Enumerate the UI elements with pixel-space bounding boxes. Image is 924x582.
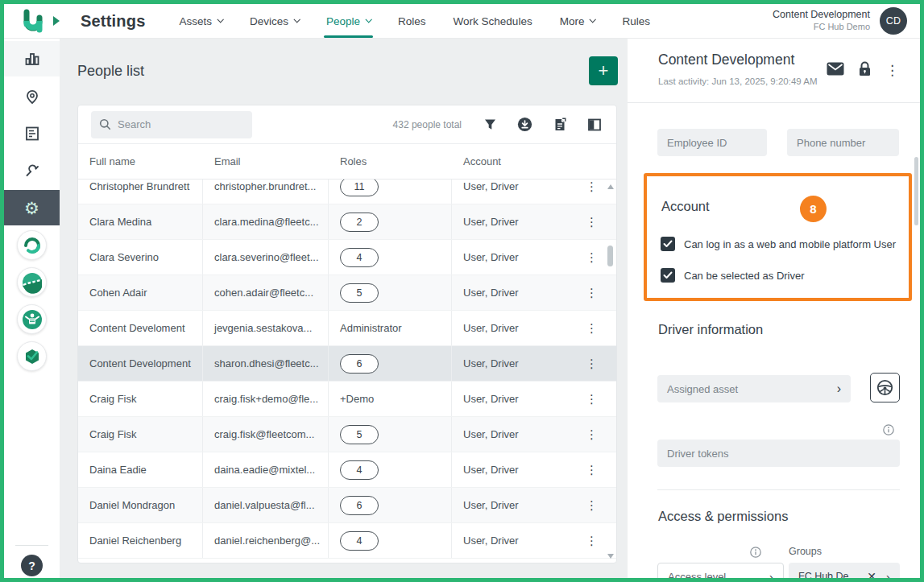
- search-box[interactable]: [91, 111, 252, 138]
- row-menu-button[interactable]: ⋮: [577, 215, 607, 229]
- row-menu-button[interactable]: ⋮: [577, 321, 607, 336]
- roles-count-pill: 4: [340, 460, 379, 480]
- nav-item-rules[interactable]: Rules: [622, 4, 650, 38]
- assigned-asset-field[interactable]: Assigned asset ›: [657, 375, 851, 402]
- sidebar-item-tracking[interactable]: [4, 79, 60, 114]
- sidebar-item-maintenance[interactable]: [4, 153, 60, 188]
- table-row[interactable]: Daniel Reichenbergdaniel.reichenberg@...…: [78, 523, 616, 559]
- checkbox-checked-icon[interactable]: [661, 268, 675, 283]
- nav-item-more[interactable]: More: [560, 4, 595, 38]
- checkbox-selected-as-driver[interactable]: Can be selected as Driver: [661, 268, 805, 283]
- scroll-down-icon[interactable]: [607, 554, 614, 559]
- roles-count-pill: 4: [340, 531, 379, 551]
- cell-email: daina.eadie@mixtel...: [203, 452, 329, 487]
- column-header-email[interactable]: Email: [203, 155, 329, 167]
- table-row[interactable]: Clara Severinoclara.severino@fleet...4Us…: [78, 240, 616, 275]
- filter-funnel-icon: [483, 118, 497, 131]
- table-row[interactable]: Clara Medinaclara.medina@fleetc...2User,…: [78, 204, 616, 240]
- table-row[interactable]: Daina Eadiedaina.eadie@mixtel...4User, D…: [78, 452, 616, 488]
- sidebar-item-settings-active[interactable]: ⚙: [4, 190, 60, 225]
- sidebar-app-logo-swirl[interactable]: [17, 230, 47, 260]
- assigned-asset-label: Assigned asset: [667, 383, 738, 395]
- sidebar-item-reports[interactable]: [4, 116, 60, 151]
- sidebar-item-dashboard[interactable]: [4, 41, 60, 76]
- table-row[interactable]: Daniel Mondragondaniel.valpuesta@fl...6U…: [78, 488, 616, 523]
- table-row[interactable]: Christopher Brundrettchristopher.brundre…: [78, 180, 616, 204]
- groups-chip-field[interactable]: FC Hub De... ✕ ›: [789, 563, 900, 578]
- nav-item-devices[interactable]: Devices: [250, 4, 299, 38]
- help-button[interactable]: ?: [21, 555, 43, 576]
- cell-full-name: Daina Eadie: [78, 452, 203, 487]
- row-menu-button[interactable]: ⋮: [577, 250, 607, 265]
- download-button[interactable]: [517, 117, 532, 132]
- cell-account: User, Driver: [452, 346, 577, 381]
- main-content: People list + 432 people total: [60, 39, 628, 578]
- row-menu-button[interactable]: ⋮: [577, 392, 607, 407]
- table-row[interactable]: Content Developmentsharon.dhesi@fleetc..…: [78, 346, 616, 382]
- row-menu-button[interactable]: ⋮: [577, 534, 607, 548]
- table-header: Full name Email Roles Account: [78, 144, 616, 180]
- nav-item-roles[interactable]: Roles: [398, 4, 426, 38]
- column-header-full-name[interactable]: Full name: [78, 155, 203, 167]
- sidebar-app-road[interactable]: [17, 267, 47, 297]
- cell-roles: Administrator: [329, 311, 452, 345]
- filter-button[interactable]: [483, 118, 497, 131]
- cell-account: User, Driver: [452, 417, 577, 452]
- panel-divider: [657, 489, 900, 490]
- email-button[interactable]: [827, 62, 844, 79]
- driver-tokens-field[interactable]: Driver tokens: [657, 440, 900, 467]
- brand-logo-icon: [17, 6, 48, 36]
- roles-count-pill: 5: [340, 283, 379, 303]
- access-level-label: Access level: [668, 571, 726, 579]
- steering-wheel-button[interactable]: [870, 373, 900, 402]
- row-menu-button[interactable]: ⋮: [577, 427, 607, 442]
- table-scrollbar[interactable]: [606, 181, 615, 562]
- table-row[interactable]: Craig Fiskcraig.fisk@fleetcom...5User, D…: [78, 417, 616, 452]
- access-level-field[interactable]: Access level ›: [657, 563, 784, 578]
- row-menu-button[interactable]: ⋮: [577, 463, 607, 477]
- employee-id-field[interactable]: Employee ID: [657, 129, 767, 156]
- scroll-up-icon[interactable]: [607, 184, 614, 189]
- search-input[interactable]: [118, 118, 238, 130]
- wrench-icon: [23, 162, 41, 180]
- add-person-button[interactable]: +: [589, 56, 618, 85]
- checkbox-checked-icon[interactable]: [661, 237, 675, 251]
- nav-item-work-schedules[interactable]: Work Schedules: [454, 4, 532, 38]
- nav-item-assets[interactable]: Assets: [180, 4, 223, 38]
- phone-number-field[interactable]: Phone number: [787, 129, 899, 156]
- row-menu-button[interactable]: ⋮: [577, 498, 607, 513]
- row-menu-button[interactable]: ⋮: [577, 357, 607, 371]
- export-report-button[interactable]: [553, 118, 567, 132]
- columns-layout-button[interactable]: [587, 118, 602, 132]
- panel-scrollbar-thumb[interactable]: [914, 157, 918, 225]
- nav-item-label: Devices: [250, 15, 288, 27]
- scrollbar-thumb[interactable]: [607, 246, 613, 266]
- table-row[interactable]: Craig Fiskcraig.fisk+demo@fle...+DemoUse…: [78, 382, 616, 417]
- sidebar-app-driver[interactable]: [17, 304, 47, 334]
- row-menu-button[interactable]: ⋮: [577, 286, 607, 300]
- driver-tokens-info-icon[interactable]: [883, 424, 894, 435]
- roles-count-pill: 11: [340, 180, 379, 196]
- detail-menu-button[interactable]: ⋮: [885, 62, 899, 79]
- access-level-info-icon[interactable]: [750, 547, 761, 558]
- table-row[interactable]: Content Develomentjevgenia.sestakova...A…: [78, 311, 616, 346]
- remove-group-icon[interactable]: ✕: [867, 570, 876, 578]
- sidebar-divider: [15, 545, 48, 546]
- app-logo[interactable]: [4, 4, 60, 38]
- nav-item-label: Assets: [180, 15, 213, 27]
- app-driver-icon: [21, 308, 44, 331]
- avatar[interactable]: CD: [880, 7, 907, 35]
- column-header-roles[interactable]: Roles: [329, 155, 452, 167]
- sidebar-app-check-cube[interactable]: [17, 341, 47, 371]
- detail-title: Content Development: [658, 52, 794, 68]
- row-menu-button[interactable]: ⋮: [577, 180, 607, 194]
- checkbox-web-mobile-user[interactable]: Can log in as a web and mobile platform …: [661, 237, 896, 251]
- cell-actions: ⋮: [577, 523, 607, 558]
- table-row[interactable]: Cohen Adaircohen.adair@fleetc...5User, D…: [78, 275, 616, 311]
- nav-item-people[interactable]: People: [326, 4, 371, 38]
- topbar-account-area[interactable]: Content Development FC Hub Demo CD: [773, 7, 920, 35]
- sidebar-expand-icon[interactable]: [53, 16, 60, 26]
- column-header-account[interactable]: Account: [452, 155, 577, 167]
- panel-divider: [628, 102, 920, 103]
- lock-button[interactable]: [858, 61, 872, 80]
